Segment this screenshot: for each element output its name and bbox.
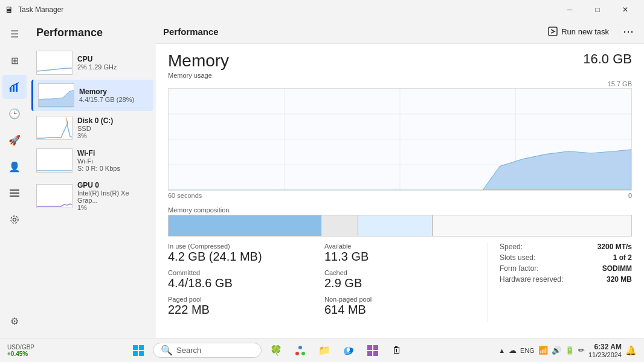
- composition-label: Memory composition: [168, 206, 632, 214]
- system-clock[interactable]: 6:32 AM 11/23/2024: [588, 343, 622, 358]
- svg-rect-28: [373, 351, 378, 356]
- sidebar-item-gpu[interactable]: GPU 0 Intel(R) Iris(R) Xe Grap... 1%: [31, 177, 153, 215]
- sidebar-item-cpu[interactable]: CPU 2% 1.29 GHz: [31, 47, 153, 78]
- chart-zero-label: 0: [628, 192, 632, 199]
- battery-icon[interactable]: 🔋: [565, 346, 575, 355]
- taskbar-app-store[interactable]: [363, 341, 382, 360]
- disk-detail3: 3%: [77, 132, 113, 139]
- nav-services[interactable]: [2, 208, 27, 232]
- stat-slots: Slots used: 1 of 2: [500, 253, 632, 262]
- wifi-detail2: Wi-Fi: [77, 157, 120, 165]
- paint-icon: [294, 345, 306, 357]
- sidebar-item-memory[interactable]: Memory 4.4/15.7 GB (28%): [31, 80, 153, 111]
- taskbar-app-paint[interactable]: [291, 341, 310, 360]
- windows-logo-icon: [133, 345, 144, 356]
- sidebar: Performance CPU 2% 1.29 GHz Memory: [29, 19, 156, 338]
- sidebar-item-wifi[interactable]: Wi-Fi Wi-Fi S: 0 R: 0 Kbps: [31, 145, 153, 176]
- show-hidden-icon[interactable]: ▲: [498, 347, 505, 354]
- svg-rect-26: [373, 345, 378, 350]
- in-use-value: 4.2 GB (24.1 MB): [168, 250, 324, 263]
- svg-point-6: [13, 218, 16, 221]
- nav-processes[interactable]: ⊞: [2, 48, 27, 72]
- more-options-button[interactable]: ⋯: [620, 23, 637, 40]
- memory-chart-svg: [169, 89, 631, 190]
- svg-marker-9: [66, 116, 68, 124]
- taskbar-app-edge[interactable]: [339, 341, 358, 360]
- nav-details[interactable]: [2, 181, 27, 205]
- taskbar-app-fishbowl[interactable]: 🍀: [266, 341, 286, 360]
- taskbar: USD/GBP +0.45% 🔍 Search 🍀: [0, 338, 644, 362]
- gpu-info: GPU 0 Intel(R) Iris(R) Xe Grap... 1%: [77, 181, 149, 211]
- memory-total: 16.0 GB: [583, 51, 632, 66]
- nav-performance[interactable]: [2, 75, 27, 99]
- stat-available: Available 11.3 GB: [324, 243, 481, 263]
- svg-rect-5: [10, 195, 19, 197]
- wifi-info: Wi-Fi Wi-Fi S: 0 R: 0 Kbps: [77, 149, 120, 172]
- lang-indicator[interactable]: ENG: [520, 347, 535, 354]
- store-icon: [367, 345, 379, 357]
- stat-form-factor: Form factor: SODIMM: [500, 264, 632, 273]
- taskbar-app-calendar[interactable]: 🗓: [387, 341, 407, 360]
- app-body: ☰ ⊞ 🕒 🚀 👤 ⚙ Performance CP: [0, 19, 644, 338]
- ticker-change: +0.45%: [7, 351, 34, 357]
- sidebar-item-disk[interactable]: Disk 0 (C:) SSD 3%: [31, 112, 153, 144]
- comp-modified: [321, 215, 358, 236]
- volume-icon[interactable]: 🔊: [552, 346, 561, 355]
- minimize-button[interactable]: ─: [556, 0, 584, 19]
- start-button[interactable]: [129, 341, 148, 360]
- panel-topbar: Performance Run new task ⋯: [156, 19, 644, 44]
- paged-pool-label: Paged pool: [168, 296, 324, 303]
- nav-startup[interactable]: 🚀: [2, 128, 27, 152]
- chart-section: Memory usage 15.7 GB: [168, 72, 632, 199]
- hamburger-button[interactable]: ☰: [2, 22, 27, 46]
- disk-info: Disk 0 (C:) SSD 3%: [77, 116, 113, 139]
- run-task-button[interactable]: Run new task: [542, 24, 615, 39]
- non-paged-label: Non-paged pool: [324, 296, 481, 303]
- pen-icon[interactable]: ✏: [578, 346, 585, 355]
- svg-rect-19: [139, 345, 144, 350]
- app-title: Task Manager: [18, 5, 63, 14]
- available-value: 11.3 GB: [324, 250, 481, 263]
- svg-rect-27: [367, 351, 372, 356]
- svg-rect-4: [10, 192, 19, 194]
- stat-in-use: In use (Compressed) 4.2 GB (24.1 MB): [168, 243, 324, 263]
- memory-title: Memory: [168, 51, 229, 71]
- nav-users[interactable]: 👤: [2, 154, 27, 179]
- cached-label: Cached: [324, 269, 481, 276]
- committed-value: 4.4/18.6 GB: [168, 276, 324, 290]
- onedrive-icon[interactable]: ☁: [509, 346, 517, 355]
- icon-nav: ☰ ⊞ 🕒 🚀 👤 ⚙: [0, 19, 29, 338]
- search-box[interactable]: 🔍 Search: [153, 343, 262, 358]
- nav-settings[interactable]: ⚙: [2, 309, 27, 333]
- wifi-detail3: S: 0 R: 0 Kbps: [77, 165, 120, 172]
- stat-speed: Speed: 3200 MT/s: [500, 243, 632, 251]
- cached-value: 2.9 GB: [324, 276, 481, 290]
- svg-marker-8: [39, 90, 74, 107]
- stat-hw-reserved: Hardware reserved: 320 MB: [500, 275, 632, 284]
- svg-rect-3: [10, 189, 19, 191]
- sidebar-title: Performance: [29, 22, 156, 46]
- nav-history[interactable]: 🕒: [2, 101, 27, 125]
- memory-header: Memory 16.0 GB: [168, 51, 632, 71]
- maximize-button[interactable]: □: [584, 0, 611, 19]
- notification-bell-icon[interactable]: 🔔: [625, 345, 637, 356]
- svg-rect-21: [139, 351, 144, 356]
- taskbar-right: ▲ ☁ ENG 📶 🔊 🔋 ✏ 6:32 AM 11/23/2024 🔔: [498, 343, 637, 358]
- run-task-icon: [548, 27, 558, 36]
- svg-rect-18: [133, 345, 138, 350]
- wifi-icon[interactable]: 📶: [538, 346, 548, 355]
- taskbar-app-files[interactable]: 📁: [315, 341, 334, 360]
- memory-thumb: [38, 83, 74, 107]
- wifi-thumb: [36, 148, 72, 173]
- svg-rect-20: [133, 351, 138, 356]
- stat-committed: Committed 4.4/18.6 GB: [168, 269, 324, 290]
- svg-rect-10: [549, 27, 557, 36]
- svg-point-24: [301, 352, 305, 355]
- close-button[interactable]: ✕: [611, 0, 639, 19]
- stat-cached: Cached 2.9 GB: [324, 269, 481, 290]
- svg-point-23: [298, 346, 302, 349]
- clock-time: 6:32 AM: [588, 343, 622, 351]
- cpu-detail: 2% 1.29 GHz: [77, 63, 117, 71]
- gpu-detail3: 1%: [77, 204, 149, 211]
- edge-icon: [343, 345, 355, 357]
